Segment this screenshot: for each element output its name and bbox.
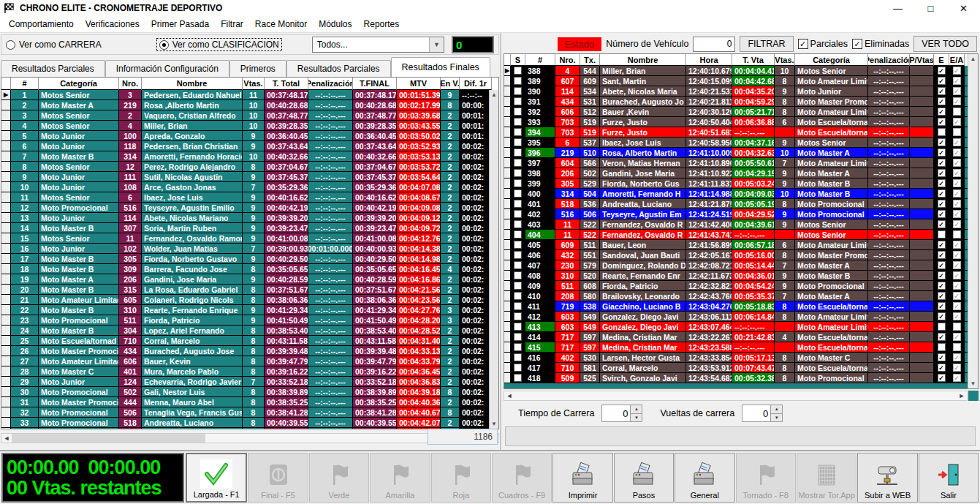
cell-select[interactable] (511, 312, 525, 322)
table-row[interactable]: 13Moto Junior114Abete, Nicolas Mariano90… (1, 213, 498, 223)
e-checkbox[interactable] (938, 343, 946, 351)
table-row[interactable]: 392606512Bauer ,Kevin12:40:30.12000:05:2… (504, 107, 978, 117)
ea-checkbox[interactable]: ✓ (953, 138, 961, 146)
e-checkbox[interactable]: ✓ (938, 241, 946, 249)
filtrar-button[interactable]: FILTRAR (740, 36, 793, 52)
cell-e[interactable]: ✓ (934, 199, 949, 209)
cell-ea[interactable]: ✓ (949, 271, 965, 281)
tab-0[interactable]: Resultados Parciales (1, 60, 105, 77)
cell-ea[interactable]: ✓ (949, 240, 965, 250)
table-row[interactable]: 414717597Medina, Cristian Mar12:43:22.26… (504, 332, 978, 342)
e-checkbox[interactable]: ✓ (938, 292, 946, 300)
ea-checkbox[interactable]: ✓ (953, 292, 961, 300)
table-row[interactable]: 7Moto Master B314Amoretti, Fernando Hora… (1, 151, 498, 162)
toolbar-button-largada-f1[interactable]: Largada - F1 (186, 453, 247, 503)
table-row[interactable]: 2Moto Master A219Rosa ,Alberto Martin100… (1, 100, 498, 110)
table-row[interactable]: ▶3884544Miller, Brian12:40:10.67900:04:0… (504, 66, 978, 76)
cell-e[interactable]: ✓ (934, 260, 949, 271)
e-checkbox[interactable]: ✓ (938, 282, 946, 290)
cell-ea[interactable] (949, 230, 965, 240)
minimize-button[interactable]: — (881, 0, 914, 16)
toolbar-button-general[interactable]: General (675, 453, 734, 503)
e-checkbox[interactable]: ✓ (938, 179, 946, 187)
ea-checkbox[interactable]: ✓ (953, 189, 961, 198)
table-row[interactable]: 396219510Rosa, Alberto Martin12:41:10.00… (504, 148, 978, 158)
cell-e[interactable] (934, 230, 949, 240)
cell-e[interactable]: ✓ (934, 168, 949, 178)
ver-todo-button[interactable]: VER TODO (913, 36, 977, 52)
select-checkbox[interactable] (514, 364, 522, 372)
ea-checkbox[interactable]: ✓ (953, 282, 961, 290)
select-checkbox[interactable] (514, 138, 522, 146)
spin-up-icon[interactable]: ▲ (631, 405, 642, 414)
e-checkbox[interactable]: ✓ (938, 77, 946, 85)
cell-select[interactable] (511, 271, 525, 281)
table-row[interactable]: 398206502Gandini, Jose Maria12:41:10.922… (504, 168, 978, 178)
e-checkbox[interactable] (938, 230, 946, 238)
toolbar-button-salir[interactable]: Salir (919, 453, 979, 503)
table-row[interactable]: 21Moto Amateur Limitad605Colaneri, Rodri… (1, 295, 498, 305)
scroll-right-icon[interactable]: ► (957, 392, 967, 399)
e-checkbox[interactable]: ✓ (938, 189, 946, 198)
table-row[interactable]: 25Moto Escuela/tornad710Corral, Marcelo8… (1, 336, 498, 346)
select-checkbox[interactable] (514, 159, 522, 167)
table-row[interactable]: 413603549Gonzalez, Diego Javi12:43:07.46… (504, 322, 978, 332)
chevron-down-icon[interactable]: ▼ (429, 37, 444, 52)
cell-select[interactable] (511, 281, 525, 291)
select-checkbox[interactable] (514, 374, 522, 382)
cell-ea[interactable]: ✓ (949, 76, 965, 86)
select-checkbox[interactable] (514, 343, 522, 351)
ea-checkbox[interactable]: ✓ (953, 374, 961, 382)
table-row[interactable]: 405609511Bauer, Leon12:41:56.89900:06:57… (504, 240, 978, 250)
cell-select[interactable] (511, 127, 525, 138)
e-checkbox[interactable]: ✓ (938, 220, 946, 228)
cell-ea[interactable]: ✓ (949, 86, 965, 97)
ea-checkbox[interactable]: ✓ (953, 77, 961, 85)
table-row[interactable]: 391434531Burached, Augusto Jo12:40:21.81… (504, 97, 978, 107)
cell-e[interactable]: ✓ (934, 301, 949, 312)
cell-select[interactable] (511, 260, 525, 271)
menu-item-2[interactable]: Primer Pasada (145, 17, 215, 31)
table-row[interactable]: 10Moto Junior108Arce, Gaston Jonas700:35… (1, 182, 498, 192)
cell-e[interactable]: ✓ (934, 312, 949, 322)
cell-select[interactable] (511, 168, 525, 178)
ea-checkbox[interactable]: ✓ (953, 118, 961, 126)
scroll-left-icon[interactable]: ◄ (1, 435, 12, 442)
select-checkbox[interactable] (514, 148, 522, 157)
cell-e[interactable]: ✓ (934, 332, 949, 342)
table-row[interactable]: 401518536Andreatta, Luciano12:41:21.8750… (504, 199, 978, 209)
parciales-checkbox[interactable]: ✓ Parciales (798, 39, 848, 49)
e-checkbox[interactable] (938, 323, 946, 331)
ea-checkbox[interactable]: ✓ (953, 312, 961, 320)
tab-2[interactable]: Primeros (229, 60, 286, 77)
cell-ea[interactable]: ✓ (949, 178, 965, 189)
scroll-left-icon[interactable]: ◄ (504, 392, 514, 399)
ea-checkbox[interactable]: ✓ (953, 271, 961, 279)
e-checkbox[interactable]: ✓ (938, 333, 946, 341)
cell-e[interactable]: ✓ (934, 66, 949, 76)
cell-select[interactable] (511, 240, 525, 250)
e-checkbox[interactable]: ✓ (938, 159, 946, 167)
ea-checkbox[interactable]: ✓ (953, 87, 961, 95)
select-checkbox[interactable] (514, 77, 522, 85)
table-row[interactable]: 16Moto Junior102Wolder, Juan Matias700:3… (1, 244, 498, 254)
cell-e[interactable]: ✓ (934, 117, 949, 127)
eliminadas-checkbox[interactable]: ✓ Eliminadas (852, 39, 909, 49)
table-row[interactable]: 415717597Medina, Cristian Mar12:43:23.58… (504, 342, 978, 353)
select-checkbox[interactable] (514, 189, 522, 198)
cell-select[interactable] (511, 363, 525, 373)
cell-e[interactable] (934, 127, 949, 138)
table-row[interactable]: 26Moto Master Promocio434Burached, Augus… (1, 346, 498, 356)
table-row[interactable]: 33Moto Promocional518Andreatta, Luciano8… (1, 418, 498, 428)
cell-select[interactable] (511, 107, 525, 117)
cell-ea[interactable]: ✓ (949, 148, 965, 158)
table-row[interactable]: 19Moto Master A206Gandini, Jose Maria900… (1, 274, 498, 285)
ea-checkbox[interactable]: ✓ (953, 210, 961, 218)
cell-select[interactable] (511, 322, 525, 332)
cell-select[interactable] (511, 353, 525, 363)
ea-checkbox[interactable]: ✓ (953, 261, 961, 269)
e-checkbox[interactable]: ✓ (938, 67, 946, 75)
cell-ea[interactable]: ✓ (949, 332, 965, 342)
cell-select[interactable] (511, 76, 525, 86)
e-checkbox[interactable]: ✓ (938, 302, 946, 310)
